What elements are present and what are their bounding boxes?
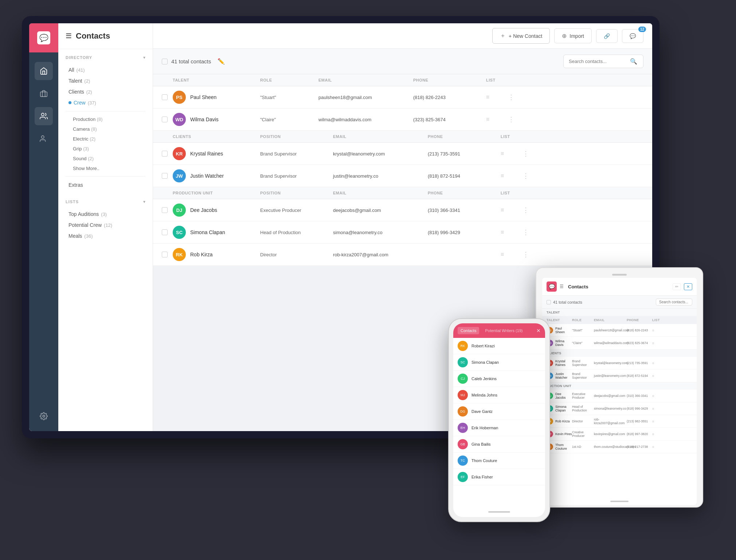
nav-item-contacts[interactable]: [35, 107, 53, 125]
sidebar-sub-production[interactable]: Production (8): [66, 114, 145, 124]
more-icon[interactable]: ⋮: [522, 206, 533, 214]
more-icon[interactable]: ⋮: [508, 115, 519, 123]
tablet-row[interactable]: WD Wilma Davis "Claire" wilma@wilmaddavi…: [542, 337, 697, 350]
nav-item-home[interactable]: [35, 62, 53, 80]
notification-badge: 12: [638, 27, 646, 32]
all-count: (41): [77, 67, 85, 73]
more-icon[interactable]: ⋮: [522, 251, 533, 259]
sidebar-item-extras[interactable]: Extras: [66, 180, 145, 190]
row-checkbox[interactable]: [162, 207, 168, 213]
tablet-name: SC Simona Clapan: [547, 405, 572, 412]
link-button[interactable]: 🔗: [596, 29, 618, 43]
phone-row[interactable]: MJ Melinda Johns: [453, 387, 545, 403]
row-checkbox[interactable]: [162, 117, 168, 122]
nav-item-briefcase[interactable]: [35, 84, 53, 103]
select-all-checkbox[interactable]: [162, 59, 168, 64]
sidebar-list-meals[interactable]: Meals (36): [66, 230, 145, 241]
sidebar-sub-camera[interactable]: Camera (8): [66, 124, 145, 134]
tablet-edit-btn[interactable]: ✏: [673, 283, 681, 290]
nav-item-team[interactable]: [35, 130, 53, 148]
tablet-row[interactable]: DJ Dee Jacobs Executive Producer deejaco…: [542, 390, 697, 402]
avatar: WD: [173, 113, 186, 126]
sidebar-sub-sound[interactable]: Sound (2): [66, 154, 145, 163]
tablet-phone: (218) 217-2738: [627, 445, 652, 449]
sidebar-list-top-auditions[interactable]: Top Auditions (3): [66, 209, 145, 220]
clients-header: CLIENTS POSITION EMAIL PHONE LIST: [153, 131, 652, 143]
sidebar-item-crew[interactable]: Crew (37): [66, 97, 145, 108]
edit-icon[interactable]: ✏️: [218, 58, 225, 65]
sidebar-list-potential-crew[interactable]: Potential Crew (12): [66, 220, 145, 230]
tablet-row[interactable]: SC Simona Clapan Head of Production simo…: [542, 402, 697, 415]
row-checkbox[interactable]: [162, 252, 168, 257]
phone-row[interactable]: TC Thom Couture: [453, 453, 545, 469]
tablet-row[interactable]: RK Rob Kirza Director rob-kirza2007@gmai…: [542, 415, 697, 428]
phone-row[interactable]: EH Erik Hoberman: [453, 420, 545, 436]
tablet-phone: (818) 872-5194: [627, 374, 652, 378]
tablet-row[interactable]: KR Krystal Raines Brand Supervisor kryst…: [542, 357, 697, 370]
phone-tab-contacts[interactable]: Contacts: [458, 327, 479, 334]
row-checkbox[interactable]: [162, 229, 168, 235]
tablet-row[interactable]: PS Paul Sheen "Stuart" paulsheen18@gmail…: [542, 324, 697, 337]
tablet-name: KP Kevin Pires: [547, 431, 572, 437]
table-row[interactable]: JW Justin Watcher Brand Supervisor justi…: [153, 165, 652, 187]
new-contact-button[interactable]: ＋ + New Contact: [492, 28, 550, 44]
sidebar-item-talent[interactable]: Talent (2): [66, 75, 145, 86]
nav-item-settings[interactable]: [35, 407, 53, 425]
row-checkbox[interactable]: [162, 151, 168, 157]
tablet-list-icon: ≡: [652, 328, 667, 332]
phone-name: Caleb Jenkins: [471, 376, 497, 381]
tablet-toolbar: 41 total contacts: [542, 296, 697, 309]
tablet-row[interactable]: TC Thom Couture 1st AD thom.couture@stud…: [542, 441, 697, 453]
tablet-section-talent: TALENT: [542, 309, 697, 316]
phone-tab-writers[interactable]: Potential Writers (19): [482, 327, 525, 334]
tablet-search-input[interactable]: [656, 299, 692, 305]
row-checkbox[interactable]: [162, 94, 168, 100]
tablet-list-icon: ≡: [652, 407, 667, 411]
sidebar-title: Contacts: [76, 31, 110, 41]
tablet-checkbox[interactable]: [547, 300, 551, 304]
phone-row[interactable]: GB Gina Bailis: [453, 436, 545, 453]
name-krystal: Krystal Raines: [190, 151, 223, 157]
sidebar-sub-electric[interactable]: Electric (2): [66, 134, 145, 144]
search-box[interactable]: 🔍: [563, 55, 643, 68]
phone-row[interactable]: SC Simona Clapan: [453, 354, 545, 371]
table-row[interactable]: PS Paul Sheen "Stuart" paulsheen18@gmail…: [153, 86, 652, 109]
more-icon[interactable]: ⋮: [522, 172, 533, 180]
more-icon[interactable]: ⋮: [508, 93, 519, 101]
sidebar-item-clients[interactable]: Clients (2): [66, 86, 145, 97]
table-row[interactable]: KR Krystal Raines Brand Supervisor kryst…: [153, 143, 652, 165]
tablet-name-text: Krystal Raines: [555, 359, 572, 367]
phone-row[interactable]: EF Erika Fisher: [453, 469, 545, 485]
table-row[interactable]: SC Simona Clapan Head of Production simo…: [153, 221, 652, 244]
svg-point-2: [42, 136, 44, 138]
phone-row[interactable]: CJ Caleb Jenkins: [453, 371, 545, 387]
phone-avatar: TC: [458, 456, 468, 466]
sidebar-sub-show-more[interactable]: Show More..: [66, 163, 145, 173]
tablet-phone: (213) 982-3551: [627, 419, 652, 423]
tablet-name-text: Simona Clapan: [555, 405, 572, 412]
phone-close-icon[interactable]: ✕: [536, 328, 541, 334]
tablet-row[interactable]: JW Justin Watcher Brand Supervisor justi…: [542, 370, 697, 382]
tablet-table-header: TALENT ROLE EMAIL PHONE LIST: [542, 316, 697, 324]
sidebar-item-all[interactable]: All (41): [66, 64, 145, 75]
tablet-position: Head of Production: [572, 405, 594, 412]
sidebar-sub-grip[interactable]: Grip (3): [66, 144, 145, 154]
more-icon[interactable]: ⋮: [522, 150, 533, 158]
hamburger-icon[interactable]: ☰: [66, 32, 71, 40]
search-input[interactable]: [569, 59, 627, 64]
tablet-row[interactable]: KP Kevin Pires Creative Producer kevinpi…: [542, 428, 697, 441]
row-checkbox[interactable]: [162, 173, 168, 179]
phone-name: Simona Clapan: [471, 360, 499, 364]
phone-row[interactable]: DG Dave Gantz: [453, 403, 545, 420]
table-row[interactable]: RK Rob Kirza Director rob-kirza2007@gmai…: [153, 244, 652, 266]
tablet-close-btn[interactable]: ✕: [684, 283, 692, 290]
table-row[interactable]: DJ Dee Jacobs Executive Producer deejaco…: [153, 199, 652, 221]
table-row[interactable]: WD Wilma Davis "Claire" wilma@wilmaddavi…: [153, 109, 652, 131]
import-button[interactable]: ⊕ Import: [554, 28, 592, 43]
crew-label: Crew: [74, 100, 86, 106]
phone-home-area: [453, 507, 545, 517]
more-icon[interactable]: ⋮: [522, 228, 533, 236]
notifications-button[interactable]: 💬 12: [622, 29, 643, 43]
avatar: PS: [173, 91, 186, 104]
phone-row[interactable]: RK Robert Kirazi: [453, 338, 545, 354]
